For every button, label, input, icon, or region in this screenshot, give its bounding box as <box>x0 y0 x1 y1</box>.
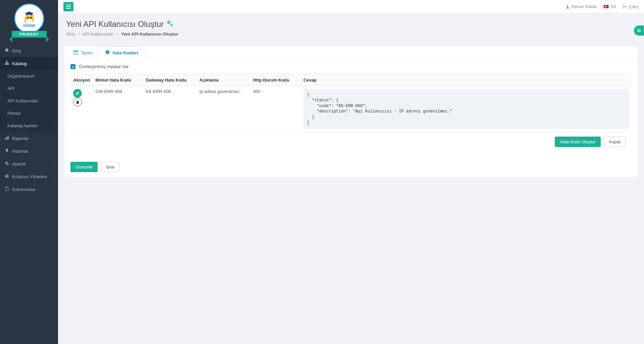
svg-rect-6 <box>6 61 7 62</box>
edit-row-button[interactable] <box>73 89 82 98</box>
cell-mirket-code: GW-ERR-008 <box>93 86 143 132</box>
chevron-right-icon: ‹ <box>53 162 54 166</box>
cancel-button[interactable]: İptal <box>101 162 119 172</box>
svg-point-14 <box>5 162 7 163</box>
svg-rect-31 <box>76 101 79 101</box>
info-icon <box>105 50 110 55</box>
language-label: Dil <box>611 4 616 9</box>
svg-rect-20 <box>66 8 71 9</box>
sidebar-item-ayarlar[interactable]: Ayarlar ‹ <box>0 157 58 170</box>
th-action: Aksiyon <box>70 74 93 86</box>
tab-body-hata-kodlari: Özelleştirilmiş Hatalar Var Aksiyon Mirk… <box>64 59 638 157</box>
svg-point-16 <box>5 175 7 176</box>
th-mirket-code: Mirket Hata Kodu <box>93 74 143 86</box>
svg-point-17 <box>7 175 8 176</box>
sidebar-item-organizasyon[interactable]: Organizasyon <box>0 70 58 82</box>
nav-label: Ayarlar <box>12 161 26 166</box>
sidebar-submenu-katalog: Organizasyon API API Kullanıcıları Planl… <box>0 70 58 132</box>
sidebar-item-api-kullanicilari[interactable]: API Kullanıcıları <box>0 95 58 107</box>
svg-rect-12 <box>7 136 8 140</box>
tab-tanim[interactable]: Tanım <box>67 46 99 59</box>
home-icon <box>4 48 9 53</box>
form-card: Tanım Hata Kodları Özelleştirilmiş Hatal… <box>64 46 638 177</box>
cell-actions <box>70 86 93 132</box>
chevron-right-icon: ‹ <box>53 188 54 191</box>
chevron-right-icon: ‹ <box>53 124 54 128</box>
sidebar-item-katalog[interactable]: Katalog ⌄ <box>0 57 58 70</box>
sidebar-item-katalog-ayarlari[interactable]: Katalog Ayarları ‹ <box>0 119 58 132</box>
svg-point-15 <box>7 163 8 165</box>
sidebar-toggle-button[interactable] <box>63 2 73 11</box>
user-menu[interactable]: Kenan Kartal <box>566 4 597 9</box>
svg-rect-24 <box>73 50 78 54</box>
trash-icon <box>76 100 79 104</box>
sidebar-item-giris[interactable]: Giriş <box>0 44 58 57</box>
theme-settings-button[interactable] <box>634 26 644 36</box>
nav-label: Raporlar <box>12 136 29 141</box>
nav-label: Dokümanlar <box>12 187 36 192</box>
sidebar-item-kullanici-yonetimi[interactable]: Kullanıcı Yönetimi ‹ <box>0 170 58 183</box>
breadcrumb-separator: / <box>76 32 82 37</box>
th-http-status: Http Durum Kodu <box>251 74 301 86</box>
logo-wrap: mirket PRIMARY <box>0 0 58 44</box>
language-menu[interactable]: Dil <box>603 4 616 9</box>
cell-gateway-code: KK-ERR-008 <box>143 86 197 132</box>
sidebar: mirket PRIMARY Giriş Katalog ⌄ <box>0 0 58 344</box>
breadcrumb-separator: / <box>115 32 120 37</box>
cogs-icon <box>4 161 9 166</box>
th-gateway-code: Gateway Hata Kodu <box>143 74 197 86</box>
page-header: Yeni API Kullanıcısı Oluştur Giriş / API… <box>58 13 644 41</box>
th-response: Cevap <box>301 74 632 86</box>
logout-button[interactable]: Çıkış <box>623 4 639 9</box>
update-button[interactable]: Güncelle <box>70 162 98 172</box>
sidebar-item-planlar[interactable]: Planlar <box>0 107 58 119</box>
chevron-right-icon: ‹ <box>53 175 54 179</box>
tab-label: Tanım <box>81 50 93 55</box>
breadcrumb-root[interactable]: Giriş <box>66 32 75 37</box>
svg-point-4 <box>30 17 32 19</box>
nav-label: Alarmlar <box>12 149 28 154</box>
table-row: GW-ERR-008 KK-ERR-008 Ip adresi güvenilm… <box>70 86 632 132</box>
sitemap-icon <box>4 61 9 66</box>
breadcrumb: Giriş / API Kullanıcıları / Yeni API Kul… <box>66 32 636 37</box>
svg-point-21 <box>567 5 569 7</box>
close-button[interactable]: Kapat <box>604 137 626 147</box>
check-icon <box>71 65 75 68</box>
custom-errors-label: Özelleştirilmiş Hatalar Var <box>79 64 129 69</box>
nav-label: Katalog <box>12 61 27 66</box>
nav-label: API <box>7 86 14 91</box>
page-title-text: Yeni API Kullanıcısı Oluştur <box>66 19 164 29</box>
sidebar-item-dokumanlar[interactable]: Dokümanlar ‹ <box>0 183 58 196</box>
cogs-icon <box>637 28 641 33</box>
tab-footer-buttons: Hata Kodu Oluştur Kapat <box>70 132 632 152</box>
sidebar-item-api[interactable]: API <box>0 82 58 95</box>
tab-label: Hata Kodları <box>112 50 138 55</box>
nav-label: Planlar <box>7 111 21 116</box>
nav-label: Giriş <box>12 48 21 53</box>
chart-icon <box>4 136 9 141</box>
flag-tr-icon <box>603 5 609 8</box>
nav-label: Katalog Ayarları <box>7 123 38 128</box>
sidebar-item-raporlar[interactable]: Raporlar ‹ <box>0 132 58 145</box>
main-nav: Giriş Katalog ⌄ Organizasyon API API Kul… <box>0 44 58 196</box>
th-description: Açıklama <box>197 74 251 86</box>
nav-label: Kullanıcı Yönetimi <box>12 174 47 179</box>
svg-rect-9 <box>7 64 8 64</box>
chevron-right-icon: ‹ <box>53 137 54 140</box>
delete-row-button[interactable] <box>73 98 82 106</box>
nav-label: API Kullanıcıları <box>7 98 39 103</box>
svg-point-22 <box>168 21 170 23</box>
breadcrumb-mid[interactable]: API Kullanıcıları <box>83 32 114 37</box>
error-codes-table: Aksiyon Mirket Hata Kodu Gateway Hata Ko… <box>70 74 632 132</box>
page-title: Yeni API Kullanıcısı Oluştur <box>66 19 636 29</box>
breadcrumb-active: Yeni API Kullanıcısı Oluştur <box>121 32 178 37</box>
create-error-code-button[interactable]: Hata Kodu Oluştur <box>555 137 601 147</box>
sidebar-item-alarmlar[interactable]: Alarmlar <box>0 145 58 157</box>
tab-bar: Tanım Hata Kodları <box>64 46 638 59</box>
tab-hata-kodlari[interactable]: Hata Kodları <box>99 46 145 59</box>
svg-point-23 <box>171 24 173 26</box>
user-name-label: Kenan Kartal <box>572 4 597 9</box>
cell-response: { "status": { "code": "KK-ERR-008", "des… <box>301 86 632 132</box>
pencil-icon <box>75 91 79 95</box>
custom-errors-checkbox[interactable] <box>70 64 75 69</box>
